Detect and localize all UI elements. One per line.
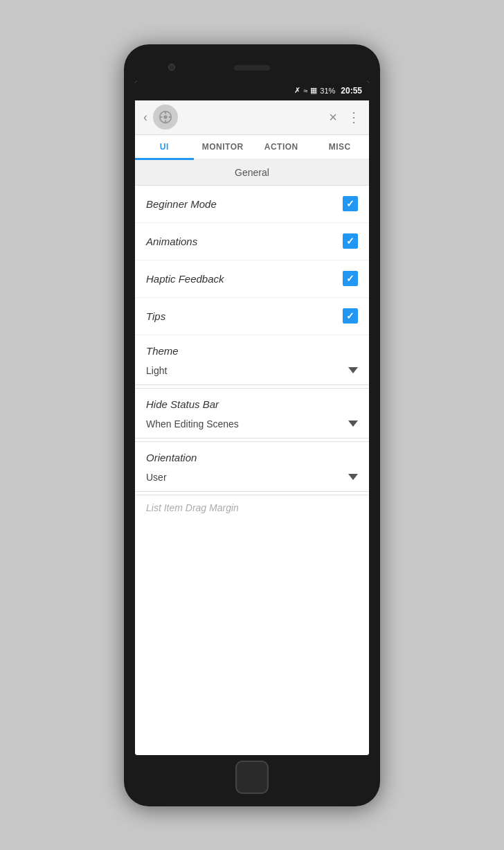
hide-status-bar-group: Hide Status Bar When Editing Scenes [135,389,369,442]
theme-label: Theme [135,335,369,360]
theme-group: Theme Light [135,335,369,389]
hide-status-bar-value: When Editing Scenes [146,418,343,430]
tips-checkbox[interactable] [343,308,358,324]
tab-action[interactable]: ACTION [252,135,311,159]
back-button[interactable]: ‹ [143,110,147,125]
theme-dropdown[interactable]: Light [135,360,369,385]
close-button[interactable]: × [329,109,337,125]
setting-row-animations[interactable]: Animations [135,223,369,260]
status-bar: ✗ ≈ ▦ 31% 20:55 [135,81,369,100]
wifi-icon: ≈ [303,87,307,95]
orientation-label: Orientation [135,442,369,466]
phone-screen: ✗ ≈ ▦ 31% 20:55 ‹ [135,81,369,755]
app-bar: ‹ × ⋮ [135,100,369,135]
orientation-value: User [146,472,343,483]
beginner-mode-checkbox[interactable] [343,196,358,211]
haptic-feedback-checkbox[interactable] [343,271,358,286]
setting-row-beginner-mode[interactable]: Beginner Mode [135,186,369,223]
hide-status-bar-label: Hide Status Bar [135,389,369,413]
speaker [234,65,270,71]
battery-text: 31% [320,87,335,95]
theme-value: Light [146,365,343,376]
home-button[interactable] [235,761,269,794]
signal-icon: ▦ [310,86,317,95]
phone-bottom [235,761,269,794]
setting-row-tips[interactable]: Tips [135,298,369,335]
phone-body: ✗ ≈ ▦ 31% 20:55 ‹ [124,44,380,806]
animations-label: Animations [146,236,343,247]
svg-point-1 [163,115,168,119]
haptic-feedback-label: Haptic Feedback [146,273,343,285]
app-icon [153,105,178,130]
more-button[interactable]: ⋮ [347,109,361,125]
phone-container: ✗ ≈ ▦ 31% 20:55 ‹ [124,44,380,806]
hide-status-bar-dropdown[interactable]: When Editing Scenes [135,413,369,439]
status-time: 20:55 [341,86,362,96]
phone-top-bar [134,57,370,78]
orientation-group: Orientation User [135,442,369,495]
beginner-mode-label: Beginner Mode [146,198,343,210]
bluetooth-icon: ✗ [294,86,300,95]
theme-arrow-icon [348,367,358,373]
tab-monitor[interactable]: MONITOR [194,135,253,159]
tab-misc[interactable]: MISC [311,135,370,159]
orientation-dropdown[interactable]: User [135,466,369,492]
tabs-bar: UI MONITOR ACTION MISC [135,135,369,160]
orientation-arrow-icon [348,474,358,480]
setting-row-haptic-feedback[interactable]: Haptic Feedback [135,260,369,298]
animations-checkbox[interactable] [343,233,358,249]
status-icons: ✗ ≈ ▦ 31% 20:55 [294,86,362,96]
camera [168,64,175,71]
section-header-general: General [135,160,369,186]
tab-ui[interactable]: UI [135,135,194,159]
partial-setting-label: List Item Drag Margin [135,495,369,516]
hide-status-bar-arrow-icon [348,420,358,427]
settings-content: General Beginner Mode Animations Haptic … [135,160,369,755]
tips-label: Tips [146,310,343,322]
